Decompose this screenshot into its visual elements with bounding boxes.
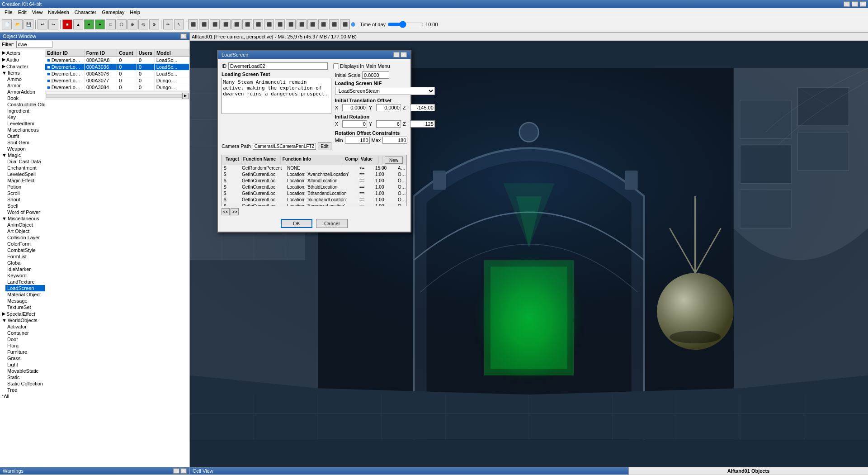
- tree-scroll[interactable]: Scroll: [5, 190, 45, 196]
- tool-9[interactable]: ⊗: [149, 19, 159, 29]
- menu-character[interactable]: Character: [72, 9, 99, 15]
- tool-4[interactable]: ●: [95, 19, 105, 29]
- tree-book[interactable]: Book: [5, 95, 45, 101]
- viewport-scene[interactable]: LoadScreen _ ✕ ID Displays in Main Men: [190, 41, 868, 467]
- tree-constructible[interactable]: Constructible Obje...: [5, 101, 45, 108]
- tree-spell[interactable]: Spell: [5, 203, 45, 209]
- tree-ingredient[interactable]: Ingredient: [5, 108, 45, 114]
- tree-magiceffect[interactable]: Magic Effect: [5, 177, 45, 184]
- dialog-minimize-btn[interactable]: _: [393, 52, 400, 57]
- time-slider[interactable]: [387, 21, 424, 28]
- list-item[interactable]: ■ DwemerLoad06 000A3084 0 0 Dungo...: [45, 84, 189, 91]
- match-row[interactable]: $ GetInCurrentLoc Location: 'XagrenzaLoc…: [222, 203, 406, 206]
- tb-m[interactable]: ⬛: [318, 19, 328, 29]
- tree-loadscreen[interactable]: LoadScreen: [5, 285, 45, 291]
- max-input[interactable]: [382, 137, 407, 144]
- tree-grass[interactable]: Grass: [5, 355, 45, 361]
- new-match-btn[interactable]: New: [385, 157, 403, 164]
- loading-text-area[interactable]: Many Steam Animunculi remain active, mak…: [222, 78, 331, 114]
- tb-f[interactable]: ⬛: [242, 19, 252, 29]
- tree-colorform[interactable]: ColorForm: [5, 241, 45, 247]
- tb-h[interactable]: ⬛: [264, 19, 274, 29]
- tree-shout[interactable]: Shout: [5, 196, 45, 203]
- camera-path-input[interactable]: [253, 143, 316, 150]
- tree-movablestatic[interactable]: MovableStatic: [5, 368, 45, 374]
- minimize-btn[interactable]: _: [844, 1, 850, 7]
- tree-character[interactable]: ▶Character: [0, 63, 45, 70]
- tree-outfit[interactable]: Outfit: [5, 133, 45, 139]
- list-scrollbar[interactable]: [46, 94, 182, 98]
- tree-keyword[interactable]: Keyword: [5, 272, 45, 279]
- match-row[interactable]: $ GetInCurrentLoc Location: 'BthandandLo…: [222, 190, 406, 197]
- warnings-minimize-btn[interactable]: _: [173, 468, 179, 474]
- tree-combatstyle[interactable]: CombatStyle: [5, 247, 45, 253]
- min-input[interactable]: [345, 137, 370, 144]
- tree-artobject[interactable]: Art Object: [5, 228, 45, 234]
- tb-c[interactable]: ⬛: [210, 19, 220, 29]
- nav-prev-btn[interactable]: <<: [222, 208, 230, 215]
- match-row[interactable]: $ GetRandomPercent NONE <= 15.00 AND: [222, 165, 406, 171]
- tree-materialobject[interactable]: Material Object: [5, 291, 45, 298]
- maximize-btn[interactable]: □: [852, 1, 858, 7]
- tree-container[interactable]: Container: [5, 330, 45, 336]
- cancel-btn[interactable]: Cancel: [316, 219, 348, 228]
- rx-input[interactable]: [342, 120, 367, 128]
- menu-view[interactable]: View: [29, 9, 46, 15]
- nif-select[interactable]: LoadScreenSteam: [335, 87, 435, 95]
- tool-7[interactable]: ⊕: [127, 19, 137, 29]
- match-row[interactable]: $ GetInCurrentLoc Location: 'AvanchnzelL…: [222, 171, 406, 178]
- warnings-close-btn[interactable]: ✕: [180, 468, 187, 474]
- tree-landtexture[interactable]: LandTexture: [5, 279, 45, 285]
- ty-input[interactable]: [376, 104, 401, 111]
- scroll-right-btn[interactable]: ▶: [182, 93, 189, 99]
- tool-2[interactable]: ▲: [73, 19, 83, 29]
- rz-input[interactable]: [410, 120, 435, 128]
- list-item[interactable]: ■ DwemerLoad05 000A3077 0 0 Dungo...: [45, 77, 189, 84]
- list-item[interactable]: ■ DwemerLoad04 000A3076 0 0 LoadSc...: [45, 71, 189, 77]
- close-btn[interactable]: ✕: [860, 1, 866, 7]
- tree-specialeffect[interactable]: ▶SpecialEffect: [0, 310, 45, 317]
- ok-btn[interactable]: OK: [281, 219, 312, 228]
- tb-d[interactable]: ⬛: [221, 19, 231, 29]
- tb-g[interactable]: ⬛: [253, 19, 263, 29]
- save-btn[interactable]: 💾: [24, 19, 33, 29]
- tree-key[interactable]: Key: [5, 114, 45, 120]
- tree-flora[interactable]: Flora: [5, 342, 45, 349]
- tree-tree[interactable]: Tree: [5, 387, 45, 393]
- list-item[interactable]: ■ DwemerLoad01 000A39A8 0 0 LoadSc...: [45, 57, 189, 64]
- tb-k[interactable]: ⬛: [297, 19, 307, 29]
- menu-edit[interactable]: Edit: [15, 9, 29, 15]
- tree-dualcastdata[interactable]: Dual Cast Data: [5, 158, 45, 165]
- menu-gameplay[interactable]: Gameplay: [99, 9, 127, 15]
- tree-staticcollection[interactable]: Static Collection: [5, 380, 45, 387]
- tb-n[interactable]: ⬛: [329, 19, 339, 29]
- nav-next-btn[interactable]: >>: [231, 208, 239, 215]
- open-btn[interactable]: 📂: [13, 19, 23, 29]
- tool-1[interactable]: ■: [62, 19, 72, 29]
- tb-b[interactable]: ⬛: [199, 19, 209, 29]
- tree-static[interactable]: Static: [5, 374, 45, 380]
- tb-a[interactable]: ⬛: [188, 19, 198, 29]
- ow-close-btn[interactable]: ✕: [180, 33, 187, 39]
- tree-formlist[interactable]: FormList: [5, 253, 45, 260]
- tree-magic[interactable]: ▼Magic: [0, 152, 45, 158]
- menu-navmesh[interactable]: NavMesh: [45, 9, 71, 15]
- tree-armor[interactable]: Armor: [5, 82, 45, 89]
- displays-main-menu-checkbox[interactable]: [333, 63, 339, 69]
- tool-8[interactable]: ◎: [138, 19, 148, 29]
- tree-potion[interactable]: Potion: [5, 184, 45, 190]
- tree-actors[interactable]: ▶Actors: [0, 49, 45, 56]
- tree-animobject[interactable]: AnimObject: [5, 222, 45, 228]
- tree-all[interactable]: *All: [0, 393, 45, 399]
- tb-i[interactable]: ⬛: [275, 19, 285, 29]
- tree-door[interactable]: Door: [5, 336, 45, 342]
- match-row[interactable]: $ GetInCurrentLoc Location: 'BthaldLocat…: [222, 184, 406, 190]
- initial-scale-input[interactable]: [362, 71, 389, 79]
- tree-light[interactable]: Light: [5, 361, 45, 368]
- tb-o[interactable]: ⬛: [340, 19, 350, 29]
- ry-input[interactable]: [376, 120, 401, 128]
- tree-items[interactable]: ▼Items: [0, 70, 45, 76]
- tree-enchantment[interactable]: Enchantment: [5, 165, 45, 171]
- tree-message[interactable]: Message: [5, 298, 45, 304]
- tree-idlemarker[interactable]: IdleMarker: [5, 266, 45, 272]
